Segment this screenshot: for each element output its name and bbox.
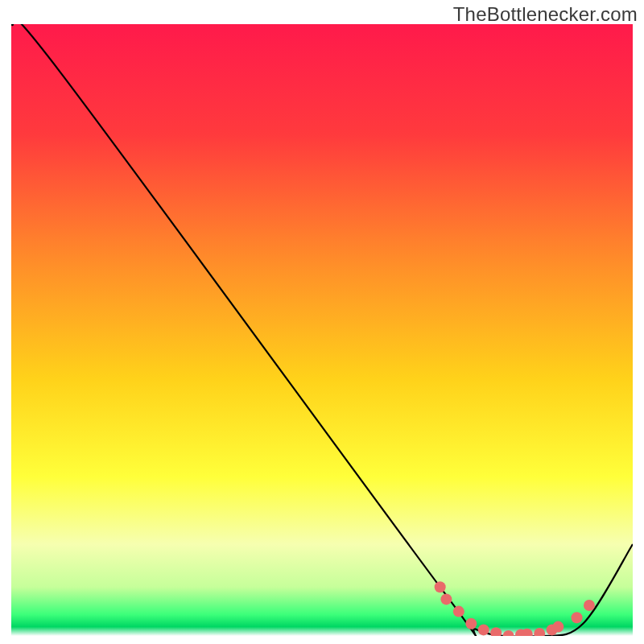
curve-marker-dot — [440, 593, 452, 605]
curve-marker-dot — [465, 618, 477, 630]
curve-marker-dot — [584, 600, 595, 611]
curve-marker-dot — [478, 624, 489, 635]
chart-frame: TheBottlenecker.com — [0, 0, 644, 644]
bottleneck-chart — [11, 24, 633, 636]
curve-marker-dot — [453, 606, 464, 617]
watermark-text: TheBottlenecker.com — [453, 3, 638, 26]
curve-marker-dot — [552, 621, 564, 633]
curve-marker-dot — [435, 581, 446, 592]
gradient-background — [11, 24, 633, 636]
curve-marker-dot — [572, 612, 583, 623]
